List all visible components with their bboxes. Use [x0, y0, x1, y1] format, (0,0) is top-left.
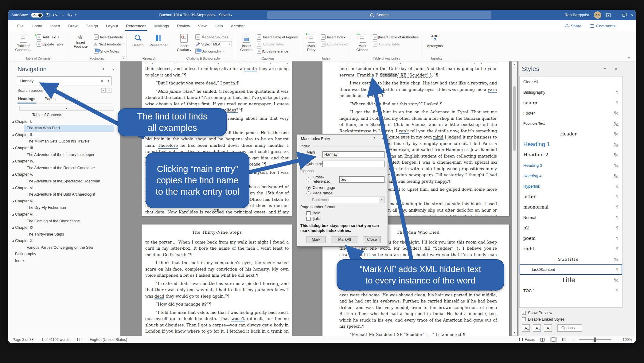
help-icon[interactable]: ? — [373, 136, 375, 141]
zoom-slider-thumb[interactable] — [594, 338, 596, 342]
nav-item[interactable]: The Thirty-Nine Steps — [8, 231, 120, 238]
expand-triangle-icon[interactable]: ◢ — [8, 211, 15, 218]
insert-citation-button[interactable]: Insert Citation ▾ — [175, 33, 193, 52]
focus-button[interactable]: Focus — [519, 338, 535, 342]
new-style-button[interactable]: A+ — [522, 324, 530, 332]
save-icon[interactable] — [46, 13, 49, 17]
manage-sources-button[interactable]: Manage Sources — [195, 34, 232, 40]
close-dialog-button[interactable]: Close — [363, 236, 381, 243]
nav-item[interactable]: ◢Chapter VIII. — [8, 211, 120, 218]
nav-item[interactable]: The Adventure of the Spectacled Roadman — [8, 178, 120, 185]
nav-item[interactable]: Various Parties Converging on the Sea — [8, 244, 120, 251]
style-item[interactable]: center¶ — [520, 97, 622, 108]
search-box[interactable]: Search — [267, 11, 491, 19]
mark-citation-button[interactable]: Mark Citation — [354, 33, 370, 52]
nav-item[interactable]: ◢Chapter I. — [8, 119, 120, 125]
nav-tab-results[interactable]: Results — [64, 96, 78, 103]
style-item[interactable]: Heading 2¶a — [520, 150, 622, 160]
style-item[interactable]: letter¶ — [520, 191, 622, 202]
style-item[interactable]: Bibliography¶ — [520, 87, 622, 97]
insert-footnote-button[interactable]: ab1 Insert Footnote — [70, 33, 92, 49]
style-item[interactable]: Subtitle¶a — [520, 254, 622, 264]
tab-help[interactable]: Help — [211, 20, 227, 31]
style-item[interactable]: poem¶ — [520, 233, 622, 244]
style-select[interactable]: MLA▾ — [212, 41, 232, 47]
nav-item[interactable]: Bibliography — [8, 251, 120, 258]
collapse-ribbon-button[interactable]: ∧ — [628, 55, 634, 61]
footnotes-dialog-launcher[interactable]: ↘ — [122, 57, 125, 60]
insert-table-of-figures-button[interactable]: Insert Table of Figures — [257, 34, 298, 40]
expand-triangle-icon[interactable]: ◢ — [8, 238, 15, 244]
nav-tab-headings[interactable]: Headings — [18, 96, 36, 103]
expand-triangle-icon[interactable]: ◢ — [8, 158, 15, 165]
page-range-radio[interactable] — [306, 191, 310, 195]
nav-item[interactable]: ◢Chapter VI. — [8, 185, 120, 192]
nav-item[interactable]: The Adventure of the Bald Archaeologist — [8, 191, 120, 198]
expand-triangle-icon[interactable]: ◢ — [8, 171, 15, 178]
document-scrollbar[interactable]: ▴ ▾ — [512, 61, 517, 336]
bibliography-button[interactable]: Bibliography▾ — [195, 48, 232, 54]
show-notes-button[interactable]: Show Notes — [94, 48, 124, 54]
next-result-button[interactable]: ▾ — [107, 88, 111, 93]
navigation-search[interactable]: × ▾ — [17, 76, 111, 85]
scroll-up-icon[interactable]: ▴ — [512, 62, 517, 67]
undo-button[interactable]: ↶▾ — [53, 13, 57, 17]
tab-mailings[interactable]: Mailings — [150, 20, 173, 31]
document-title[interactable]: Buchan.1914.The-39-Steps.docx - Saved ▾ — [134, 13, 257, 17]
tab-design[interactable]: Design — [82, 20, 102, 31]
insert-endnote-button[interactable]: Insert Endnote — [94, 34, 124, 40]
style-item[interactable]: Heading 1¶a — [520, 139, 622, 150]
nav-item[interactable]: ◢Chapter VII. — [8, 198, 120, 205]
style-item[interactable]: right¶ — [520, 244, 622, 254]
redo-button[interactable]: ↷ — [60, 13, 64, 17]
table-of-contents-button[interactable]: Table of Contents ▾ — [13, 33, 34, 52]
expand-triangle-icon[interactable]: ◢ — [8, 224, 15, 231]
show-preview-checkbox[interactable]: ✓ Show Preview — [520, 310, 624, 316]
nav-item[interactable]: ◢Chapter IV. — [8, 158, 120, 165]
scrollbar-thumb[interactable] — [513, 86, 516, 151]
nav-item[interactable]: ◢Chapter V. — [8, 171, 120, 178]
style-item[interactable]: Heading 3¶a — [520, 160, 622, 170]
minimize-button[interactable]: − — [615, 13, 618, 17]
expand-triangle-icon[interactable]: ◢ — [8, 132, 15, 139]
comments-button[interactable]: Comments — [590, 24, 615, 28]
style-item[interactable]: Footer¶a — [520, 108, 622, 118]
cross-reference-field[interactable]: See — [339, 176, 384, 183]
researcher-button[interactable]: Researcher — [148, 33, 169, 47]
close-pane-icon[interactable]: × — [112, 67, 115, 72]
nav-item[interactable]: Table of Contents — [8, 112, 120, 119]
tab-insert[interactable]: Insert — [46, 20, 64, 31]
tab-draw[interactable]: Draw — [64, 20, 81, 31]
bold-checkbox[interactable] — [306, 211, 310, 215]
main-entry-field[interactable]: Hannay — [322, 151, 384, 158]
styles-options-icon[interactable]: ▾ — [604, 67, 606, 71]
collapse-all-button[interactable]: ▴ — [19, 106, 114, 111]
pane-options-icon[interactable]: ▾ — [103, 67, 104, 72]
dialog-title-bar[interactable]: Mark Index Entry ? × — [297, 135, 388, 143]
tab-file[interactable]: File — [13, 20, 28, 31]
zoom-in-button[interactable]: + — [616, 337, 618, 342]
nav-item[interactable]: The Dry-Fly Fisherman — [8, 205, 120, 211]
user-name[interactable]: Ron Bergquist — [565, 13, 589, 17]
nav-item[interactable]: The Coming of the Black Stone — [8, 218, 120, 225]
close-button[interactable]: × — [631, 13, 633, 17]
nav-item[interactable]: The Adventure of the Literary Innkeeper — [8, 152, 120, 158]
autosave-toggle[interactable]: On — [31, 13, 43, 18]
share-button[interactable]: Share — [565, 24, 581, 28]
zoom-slider[interactable] — [579, 339, 611, 340]
expand-triangle-icon[interactable]: ◢ — [8, 145, 15, 152]
customize-qat-icon[interactable]: ▾ — [75, 14, 76, 16]
expand-triangle-icon[interactable]: ◢ — [8, 198, 15, 205]
avatar[interactable]: RB — [594, 11, 601, 19]
tab-layout[interactable]: Layout — [102, 20, 122, 31]
style-item[interactable]: p2¶ — [520, 223, 622, 233]
web-layout-button[interactable] — [561, 337, 568, 342]
style-item[interactable]: Normal¶ — [520, 212, 622, 223]
mark-button[interactable]: Mark — [306, 236, 326, 243]
style-item[interactable]: Heading 4¶a — [520, 170, 622, 181]
mark-entry-button[interactable]: Mark Entry — [304, 33, 318, 52]
current-page-radio[interactable] — [306, 186, 310, 190]
print-layout-button[interactable] — [550, 337, 557, 342]
styles-options-button[interactable]: Options... — [557, 324, 582, 332]
nav-item[interactable]: The Adventure of the Radical Candidate — [8, 165, 120, 172]
